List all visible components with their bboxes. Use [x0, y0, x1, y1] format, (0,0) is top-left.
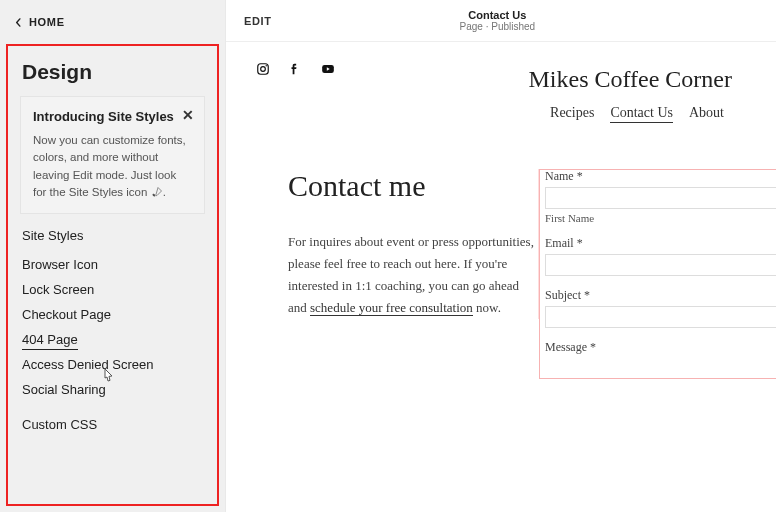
facebook-icon[interactable] [288, 62, 302, 76]
subject-input[interactable] [545, 306, 776, 328]
preview-canvas: EDIT Contact Us Page · Published Mikes C… [225, 0, 776, 512]
panel-title: Design [22, 60, 205, 84]
contact-form: Name * First Name Email * Subject * [538, 169, 776, 319]
context-title: Contact Us [460, 9, 536, 21]
custom-css-link[interactable]: Custom CSS [22, 417, 203, 432]
name-input[interactable] [545, 187, 776, 209]
design-menu-item[interactable]: 404 Page [22, 332, 203, 347]
page-content: Contact me For inquires about event or p… [226, 169, 776, 319]
design-menu-item[interactable]: Access Denied Screen [22, 357, 203, 372]
first-name-caption: First Name [545, 212, 776, 224]
email-label: Email * [545, 236, 776, 251]
nav-item[interactable]: About [689, 105, 724, 120]
intro-card-text-suffix: . [163, 186, 166, 198]
nav-item[interactable]: Recipes [550, 105, 594, 120]
design-menu-item[interactable]: Checkout Page [22, 307, 203, 322]
social-links [256, 62, 334, 76]
design-menu: Site Styles Browser IconLock ScreenCheck… [20, 228, 205, 432]
schedule-link[interactable]: schedule your free consultation [310, 300, 473, 316]
intro-card-title: Introducing Site Styles [33, 109, 192, 124]
close-icon[interactable]: ✕ [182, 107, 194, 123]
intro-paragraph: For inquires about event or press opport… [288, 231, 538, 319]
page-title: Contact me [288, 169, 538, 203]
rendered-page: Mikes Coffee Corner RecipesContact UsAbo… [226, 42, 776, 512]
content-text-block: Contact me For inquires about event or p… [288, 169, 538, 319]
context-subtitle: Page · Published [460, 21, 536, 32]
email-input[interactable] [545, 254, 776, 276]
youtube-icon[interactable] [320, 62, 334, 76]
page-context: Contact Us Page · Published [460, 9, 536, 32]
site-styles-link[interactable]: Site Styles [22, 228, 203, 243]
message-label: Message * [545, 340, 776, 355]
design-menu-item-label: Checkout Page [22, 307, 111, 322]
design-panel: Design Introducing Site Styles ✕ Now you… [6, 44, 219, 506]
brush-icon [151, 186, 163, 203]
design-menu-item-label: Lock Screen [22, 282, 94, 297]
design-menu-item-label: 404 Page [22, 332, 78, 350]
design-menu-item-label: Access Denied Screen [22, 357, 154, 372]
design-menu-item[interactable]: Social Sharing [22, 382, 203, 397]
name-label: Name * [545, 169, 776, 184]
design-menu-item-label: Browser Icon [22, 257, 98, 272]
chevron-left-icon [14, 18, 23, 27]
subject-label: Subject * [545, 288, 776, 303]
site-nav: RecipesContact UsAbout [226, 105, 732, 121]
instagram-icon[interactable] [256, 62, 270, 76]
home-back-button[interactable]: HOME [0, 0, 225, 44]
design-menu-item[interactable]: Browser Icon [22, 257, 203, 272]
intro-card: Introducing Site Styles ✕ Now you can cu… [20, 96, 205, 214]
design-menu-item-label: Social Sharing [22, 382, 106, 397]
para-suffix: now. [473, 300, 501, 315]
svg-point-1 [261, 67, 266, 72]
home-back-label: HOME [29, 16, 65, 28]
canvas-header: EDIT Contact Us Page · Published [226, 0, 776, 42]
nav-item[interactable]: Contact Us [610, 105, 673, 123]
edit-button[interactable]: EDIT [244, 15, 272, 27]
svg-point-2 [266, 65, 267, 66]
design-menu-item[interactable]: Lock Screen [22, 282, 203, 297]
intro-card-body: Now you can customize fonts, colors, and… [33, 132, 192, 203]
